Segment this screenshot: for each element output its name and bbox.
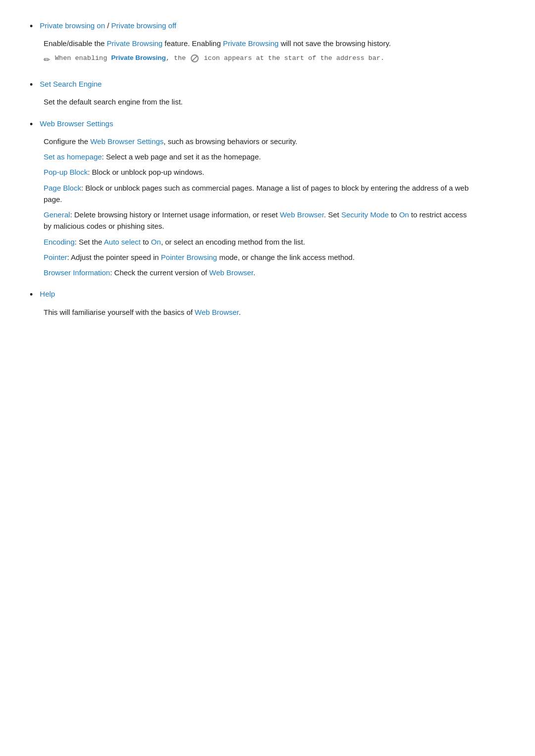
page-content: • Private browsing on / Private browsing…	[30, 20, 476, 318]
set-as-homepage-item: Set as homepage: Select a web page and s…	[44, 151, 476, 162]
general-item: General: Delete browsing history or Inte…	[44, 209, 476, 232]
web-browser-settings-intro: Configure the Web Browser Settings, such…	[44, 136, 476, 147]
search-engine-desc: Set the default search engine from the l…	[44, 96, 476, 107]
pencil-icon: ✏	[44, 54, 50, 66]
help-link[interactable]: Help	[40, 290, 55, 298]
search-engine-body: Set the default search engine from the l…	[44, 96, 476, 107]
note-text: When enabling Private Browsing, the icon…	[55, 53, 384, 64]
help-body: This will familiarise yourself with the …	[44, 306, 476, 318]
help-web-browser-link[interactable]: Web Browser	[195, 308, 239, 316]
pointer-item: Pointer: Adjust the pointer speed in Poi…	[44, 252, 476, 263]
general-link[interactable]: General	[44, 210, 70, 219]
pointer-link[interactable]: Pointer	[44, 253, 67, 261]
private-browsing-on-link[interactable]: Private browsing on	[40, 21, 105, 30]
bullet-icon: •	[30, 79, 33, 91]
pointer-browsing-link[interactable]: Pointer Browsing	[161, 253, 217, 261]
web-browser-settings-intro-link[interactable]: Web Browser Settings	[90, 137, 163, 146]
private-browsing-off-link[interactable]: Private browsing off	[111, 21, 176, 30]
search-engine-heading: Set Search Engine	[40, 78, 102, 90]
page-block-item: Page Block: Block or unblock pages such …	[44, 182, 476, 205]
encoding-on-link[interactable]: On	[151, 238, 161, 246]
browser-information-item: Browser Information: Check the current v…	[44, 267, 476, 278]
web-browser-settings-body: Configure the Web Browser Settings, such…	[44, 136, 476, 279]
set-as-homepage-link[interactable]: Set as homepage	[44, 152, 102, 161]
auto-select-link[interactable]: Auto select	[104, 238, 141, 246]
search-engine-link[interactable]: Set Search Engine	[40, 80, 102, 88]
browser-information-link[interactable]: Browser Information	[44, 268, 110, 277]
list-item-private-browsing: • Private browsing on / Private browsing…	[30, 20, 476, 68]
list-item-search-engine: • Set Search Engine Set the default sear…	[30, 78, 476, 107]
private-browsing-link2[interactable]: Private Browsing	[223, 39, 279, 48]
bullet-icon: •	[30, 289, 33, 301]
web-browser-version-link[interactable]: Web Browser	[209, 268, 253, 277]
web-browser-settings-link[interactable]: Web Browser Settings	[40, 119, 113, 128]
main-list: • Private browsing on / Private browsing…	[30, 20, 476, 318]
security-on-link[interactable]: On	[399, 210, 409, 219]
private-browsing-desc: Enable/disable the Private Browsing feat…	[44, 38, 476, 49]
private-browsing-note-link[interactable]: Private Browsing	[111, 54, 165, 61]
encoding-link[interactable]: Encoding	[44, 238, 75, 246]
separator: /	[107, 21, 111, 30]
help-desc: This will familiarise yourself with the …	[44, 306, 476, 318]
list-item-help: • Help This will familiarise yourself wi…	[30, 288, 476, 317]
prohibited-icon	[191, 54, 199, 62]
private-browsing-link1[interactable]: Private Browsing	[107, 39, 163, 48]
web-browser-reset-link[interactable]: Web Browser	[280, 210, 324, 219]
page-block-link[interactable]: Page Block	[44, 184, 81, 192]
pop-up-block-link[interactable]: Pop-up Block	[44, 168, 88, 176]
private-browsing-body: Enable/disable the Private Browsing feat…	[44, 38, 476, 68]
security-mode-link[interactable]: Security Mode	[341, 210, 389, 219]
list-item-web-browser-settings: • Web Browser Settings Configure the Web…	[30, 118, 476, 279]
private-browsing-note: ✏ When enabling Private Browsing, the ic…	[44, 53, 476, 66]
pop-up-block-item: Pop-up Block: Block or unblock pop-up wi…	[44, 166, 476, 178]
private-browsing-heading: Private browsing on / Private browsing o…	[40, 20, 176, 31]
help-heading: Help	[40, 288, 55, 300]
bullet-icon: •	[30, 20, 33, 33]
bullet-icon: •	[30, 118, 33, 131]
web-browser-settings-heading: Web Browser Settings	[40, 118, 113, 129]
encoding-item: Encoding: Set the Auto select to On, or …	[44, 236, 476, 248]
